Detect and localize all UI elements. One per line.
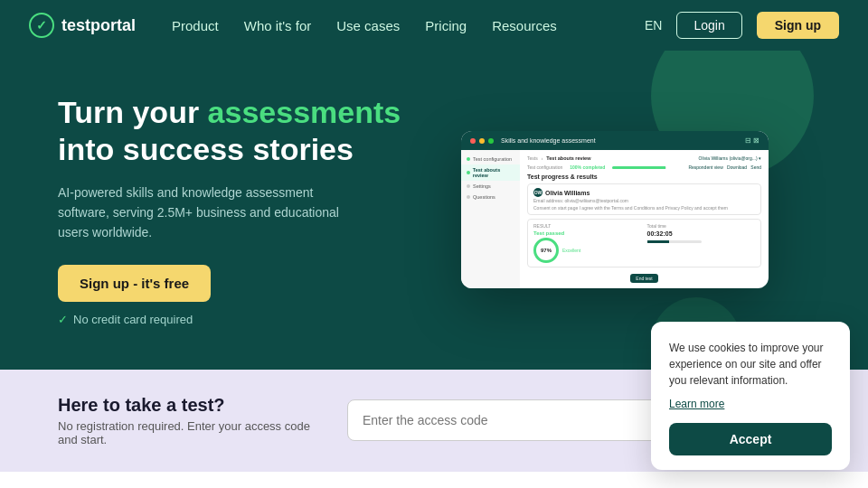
sc-completed: 100% completed [570,164,605,170]
signup-nav-button[interactable]: Sign up [757,12,839,39]
no-cc-text: No credit card required [73,313,193,326]
nav-links: Product Who it's for Use cases Pricing R… [172,18,645,33]
sc-sidebar-label-2: Test abouts review [473,167,514,178]
sc-sidebar-item-1: Test configuration [461,154,520,164]
hero-signup-button[interactable]: Sign up - it's free [58,265,211,302]
sc-progress-bar-wrap [612,166,666,169]
logo-text: testportal [61,16,136,35]
sc-progress-bar [612,166,665,169]
sc-dot-red [470,138,476,144]
access-code-input[interactable] [347,399,670,441]
cookie-learn-more[interactable]: Learn more [669,398,832,410]
cookie-banner: We use cookies to improve your experienc… [651,322,850,470]
sc-time-bar [647,240,756,243]
sc-dot-green [488,138,494,144]
nav-link-product[interactable]: Product [172,18,219,33]
sc-score-label: Excellent [562,248,580,253]
sc-score-row: 97% Excellent [533,238,642,263]
hero-subtext: AI-powered skills and knowledge assessme… [58,183,347,243]
sc-sidebar-item-4: Questions [461,192,520,202]
sc-action-btns: Respondent view Download Send [688,164,761,170]
create-section: Create online tests, quizzes and exams W… [0,472,868,488]
sc-time-label: Total time [647,223,756,229]
sc-sidebar-dot-2 [467,171,470,174]
sc-end-btn[interactable]: End test [630,274,657,283]
take-test-heading: Here to take a test? [58,395,311,416]
sc-score-circle: 97% [533,238,559,263]
sc-consent: Consent on start page I agree with the T… [533,205,755,211]
sc-result-box: RESULT Test passed 97% Excellent Total t… [527,219,761,267]
sc-result-label: RESULT [533,223,642,229]
sc-section-name: Test abouts review [546,155,590,161]
sc-config-row: Test configuration 100% completed Respon… [527,164,761,170]
hero-screenshot: Skills and knowledge assessment ⊟ ⊠ Test… [420,131,810,288]
hero-headline-plain: Turn your [58,95,208,129]
sc-sidebar-dot-3 [467,184,470,188]
cookie-text: We use cookies to improve your experienc… [669,340,832,389]
take-test-text: Here to take a test? No registration req… [58,395,311,446]
sc-sidebar-label-3: Settings [473,183,491,189]
sc-time-value: 00:32:05 [647,230,756,237]
hero-headline: Turn your assessments into success stori… [58,94,420,168]
sc-end-btn-wrap: End test [527,271,761,283]
sc-user-name-text: Olivia Williams [545,190,590,196]
sc-result-left: RESULT Test passed 97% Excellent [533,223,642,263]
sc-config-label: Test configuration [527,164,562,170]
nav-right: EN Login Sign up [645,12,839,39]
hero-headline-accent: assessments [208,95,401,129]
nav-link-resources[interactable]: Resources [492,18,557,33]
language-selector[interactable]: EN [645,18,662,33]
sc-sidebar: Test configuration Test abouts review Se… [461,150,520,288]
sc-main: Tests › Test abouts review Olivia Willia… [520,150,769,288]
no-credit-card-notice: No credit card required [58,313,420,326]
sc-sidebar-item-3: Settings [461,181,520,192]
sc-sidebar-label-1: Test configuration [473,156,512,162]
hero-headline-end: into success stories [58,132,354,166]
sc-sidebar-dot-4 [467,195,470,199]
sc-sidebar-dot-1 [467,157,470,161]
sc-user-info: OW Olivia Williams Email address: olivia… [527,183,761,215]
nav-link-pricing[interactable]: Pricing [425,18,467,33]
sc-dot-yellow [479,138,485,144]
sc-body: Test configuration Test abouts review Se… [461,150,769,288]
sc-window-title: Skills and knowledge assessment [501,137,741,144]
sc-user-email: Email address: olivia@wiliiams@testporta… [533,198,755,203]
sc-sidebar-label-4: Questions [473,194,495,200]
sc-result-right: Total time 00:32:05 [647,223,756,263]
cookie-accept-button[interactable]: Accept [669,423,832,455]
sc-respondent: Olivia Williams (olivia@org...) ▾ [699,155,761,161]
nav-link-who[interactable]: Who it's for [244,18,312,33]
sc-top-bar: Tests › Test abouts review Olivia Willia… [527,155,761,161]
take-test-subtext: No registration required. Enter your acc… [58,419,311,446]
navbar: ✓ testportal Product Who it's for Use ca… [0,0,868,51]
logo-icon: ✓ [29,13,54,38]
sc-avatar: OW [533,188,542,197]
hero-text: Turn your assessments into success stori… [58,94,420,326]
sc-sidebar-item-2: Test abouts review [461,164,520,181]
login-button[interactable]: Login [676,12,741,39]
sc-window-icons: ⊟ ⊠ [745,136,760,145]
sc-user-name-row: OW Olivia Williams [533,188,755,197]
sc-section-title: Test progress & results [527,174,761,180]
nav-link-use-cases[interactable]: Use cases [336,18,400,33]
sc-breadcrumb: Tests [527,155,538,161]
screenshot-card: Skills and knowledge assessment ⊟ ⊠ Test… [461,131,769,288]
logo[interactable]: ✓ testportal [29,13,136,38]
sc-header: Skills and knowledge assessment ⊟ ⊠ [461,131,769,150]
sc-passed-label: Test passed [533,230,642,236]
